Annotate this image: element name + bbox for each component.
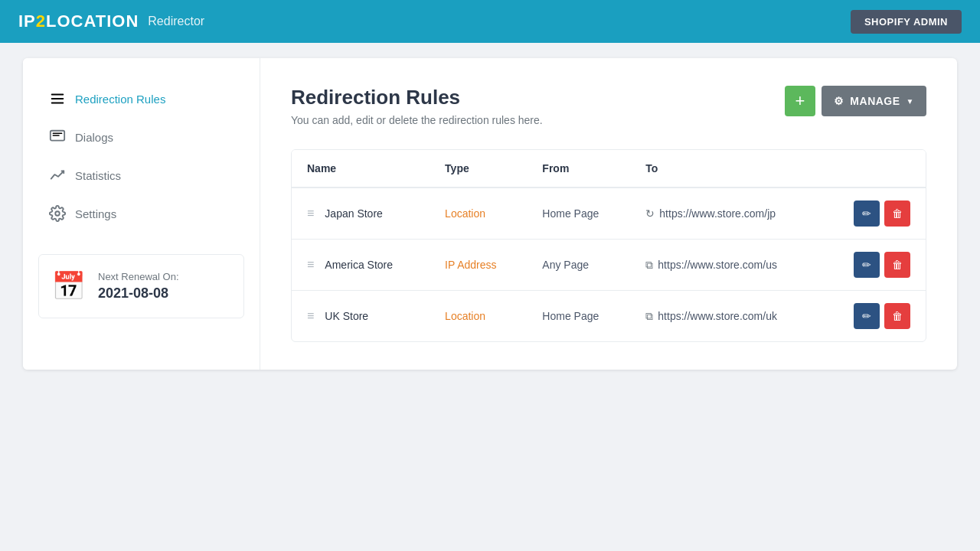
gear-icon: ⚙: [834, 95, 844, 107]
caret-down-icon: ▼: [906, 97, 914, 106]
page-icon: ⧉: [645, 259, 653, 272]
rule-name: America Store: [325, 259, 393, 271]
content-header: Redirection Rules You can add, edit or d…: [291, 86, 926, 126]
svg-rect-0: [51, 94, 64, 96]
app-header: IP2LOCATION Redirector SHOPIFY ADMIN: [0, 0, 980, 43]
rule-from: Any Page: [527, 240, 630, 291]
action-buttons: + ⚙ MANAGE ▼: [785, 86, 926, 116]
sidebar-item-settings[interactable]: Settings: [38, 196, 244, 231]
sidebar-item-statistics[interactable]: Statistics: [38, 158, 244, 193]
renewal-date: 2021-08-08: [98, 285, 179, 302]
delete-rule-button[interactable]: 🗑: [884, 252, 910, 278]
rule-from: Home Page: [527, 187, 630, 240]
delete-rule-button[interactable]: 🗑: [884, 303, 910, 329]
row-actions: ✏ 🗑: [838, 303, 910, 329]
table-body: ≡Japan StoreLocationHome Page↻https://ww…: [292, 187, 926, 341]
page-icon: ⧉: [645, 310, 653, 323]
drag-handle-icon: ≡: [307, 309, 314, 323]
sidebar-item-label: Redirection Rules: [75, 93, 165, 106]
manage-button[interactable]: ⚙ MANAGE ▼: [822, 86, 926, 116]
drag-handle-icon: ≡: [307, 207, 314, 220]
rule-type: Location: [445, 310, 485, 322]
drag-handle-icon: ≡: [307, 258, 314, 272]
list-icon: [49, 90, 66, 107]
sidebar-item-label: Settings: [75, 207, 116, 220]
table-row: ≡Japan StoreLocationHome Page↻https://ww…: [292, 187, 926, 240]
sidebar-item-label: Statistics: [75, 169, 121, 182]
manage-label: MANAGE: [850, 95, 900, 107]
col-name: Name: [292, 150, 430, 187]
edit-rule-button[interactable]: ✏: [854, 252, 880, 278]
app-name: Redirector: [148, 15, 204, 28]
edit-rule-button[interactable]: ✏: [854, 303, 880, 329]
col-to: To: [630, 150, 822, 187]
rules-table-container: Name Type From To ≡Japan StoreLocationHo…: [291, 149, 926, 342]
svg-point-6: [55, 211, 60, 216]
renewal-label: Next Renewal On:: [98, 271, 179, 282]
shopify-admin-button[interactable]: SHOPIFY ADMIN: [851, 10, 962, 34]
main-wrapper: Redirection Rules Dialogs: [0, 43, 980, 385]
rules-table: Name Type From To ≡Japan StoreLocationHo…: [292, 150, 926, 341]
edit-rule-button[interactable]: ✏: [854, 201, 880, 227]
sidebar-item-redirection-rules[interactable]: Redirection Rules: [38, 81, 244, 116]
redirect-icon: ↻: [645, 207, 655, 220]
row-actions: ✏ 🗑: [838, 201, 910, 227]
title-area: Redirection Rules You can add, edit or d…: [291, 86, 543, 126]
sidebar-item-label: Dialogs: [75, 131, 113, 144]
logo-area: IP2LOCATION Redirector: [18, 11, 204, 31]
svg-rect-4: [53, 133, 63, 134]
rule-url: https://www.store.com/us: [658, 259, 777, 271]
sidebar: Redirection Rules Dialogs: [23, 58, 260, 370]
settings-icon: [49, 205, 66, 222]
row-actions: ✏ 🗑: [838, 252, 910, 278]
col-from: From: [527, 150, 630, 187]
page-title: Redirection Rules: [291, 86, 543, 109]
page-subtitle: You can add, edit or delete the redirect…: [291, 114, 543, 126]
table-row: ≡UK StoreLocationHome Page⧉https://www.s…: [292, 291, 926, 342]
sidebar-item-dialogs[interactable]: Dialogs: [38, 119, 244, 155]
dialog-icon: [49, 129, 66, 145]
main-card: Redirection Rules Dialogs: [23, 58, 957, 370]
rule-name: Japan Store: [325, 207, 383, 220]
svg-rect-2: [51, 103, 64, 104]
col-actions: [822, 150, 926, 187]
main-content: Redirection Rules You can add, edit or d…: [260, 58, 957, 370]
table-header: Name Type From To: [292, 150, 926, 187]
add-rule-button[interactable]: +: [785, 86, 815, 116]
sidebar-nav: Redirection Rules Dialogs: [38, 81, 244, 231]
logo: IP2LOCATION: [18, 11, 139, 31]
delete-rule-button[interactable]: 🗑: [884, 201, 910, 227]
calendar-icon: 📅: [51, 270, 86, 302]
svg-rect-5: [53, 135, 60, 135]
col-type: Type: [430, 150, 527, 187]
table-row: ≡America StoreIP AddressAny Page⧉https:/…: [292, 240, 926, 291]
table-header-row: Name Type From To: [292, 150, 926, 187]
rule-name: UK Store: [325, 310, 368, 322]
rule-type: IP Address: [445, 259, 496, 271]
svg-rect-1: [51, 98, 64, 99]
renewal-info: Next Renewal On: 2021-08-08: [98, 271, 179, 302]
rule-url: https://www.store.com/jp: [659, 207, 776, 220]
rule-from: Home Page: [527, 291, 630, 342]
rule-type: Location: [445, 207, 485, 220]
stats-icon: [49, 167, 66, 184]
rule-url: https://www.store.com/uk: [658, 310, 777, 322]
renewal-card: 📅 Next Renewal On: 2021-08-08: [38, 254, 244, 318]
